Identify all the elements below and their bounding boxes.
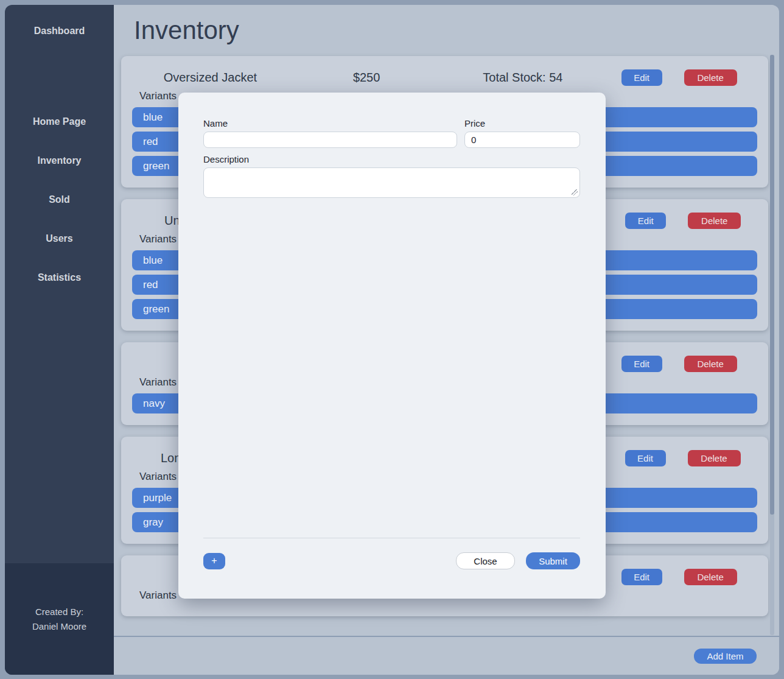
submit-button[interactable]: Submit [526,552,580,569]
edit-button[interactable]: Edit [621,569,662,585]
name-label: Name [203,118,457,128]
close-button[interactable]: Close [456,552,515,569]
delete-button[interactable]: Delete [684,69,737,86]
created-by-label: Created By: [35,605,83,619]
sidebar-item-inventory[interactable]: Inventory [5,141,114,180]
sidebar-footer: Created By: Daniel Moore [5,563,114,675]
delete-button[interactable]: Delete [688,213,741,229]
add-item-button[interactable]: Add Item [694,649,757,664]
item-total-stock: Total Stock: 54 [445,71,601,85]
edit-button[interactable]: Edit [625,213,666,229]
vertical-scrollbar[interactable] [770,55,774,635]
name-input[interactable] [203,132,457,148]
add-variant-button[interactable]: + [203,553,225,569]
price-input[interactable] [464,132,580,148]
sidebar-item-home-page[interactable]: Home Page [5,102,114,141]
delete-button[interactable]: Delete [684,569,737,585]
edit-button[interactable]: Edit [621,69,662,86]
price-label: Price [464,118,580,128]
sidebar-item-sold[interactable]: Sold [5,180,114,219]
sidebar-item-users[interactable]: Users [5,219,114,258]
sidebar-item-statistics[interactable]: Statistics [5,258,114,297]
edit-button[interactable]: Edit [625,450,666,466]
item-form-modal: Name Price Description + Close Submit [178,93,606,599]
sidebar-brand-dashboard[interactable]: Dashboard [5,26,114,37]
edit-button[interactable]: Edit [621,356,662,372]
item-price: $250 [289,71,445,85]
page-title: Inventory [134,16,239,45]
modal-divider [203,538,580,538]
scrollbar-thumb[interactable] [770,55,774,515]
author-name: Daniel Moore [32,619,86,634]
bottom-action-bar: Add Item [114,636,779,675]
resize-handle-icon[interactable] [572,189,578,195]
description-textarea[interactable] [203,167,580,198]
sidebar: Dashboard Home Page Inventory Sold Users… [5,5,114,675]
sidebar-nav: Home Page Inventory Sold Users Statistic… [5,102,114,297]
delete-button[interactable]: Delete [684,356,737,372]
description-label: Description [203,154,580,164]
delete-button[interactable]: Delete [688,450,741,466]
item-name: Oversized Jacket [132,71,289,85]
